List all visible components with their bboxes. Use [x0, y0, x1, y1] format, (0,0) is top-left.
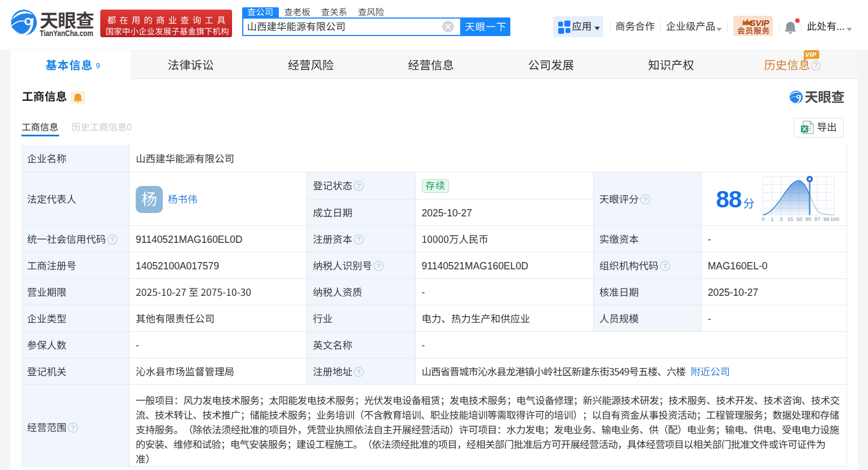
- svg-text:...: ...: [836, 21, 845, 32]
- svg-text:TianYanCha.com: TianYanCha.com: [40, 28, 94, 38]
